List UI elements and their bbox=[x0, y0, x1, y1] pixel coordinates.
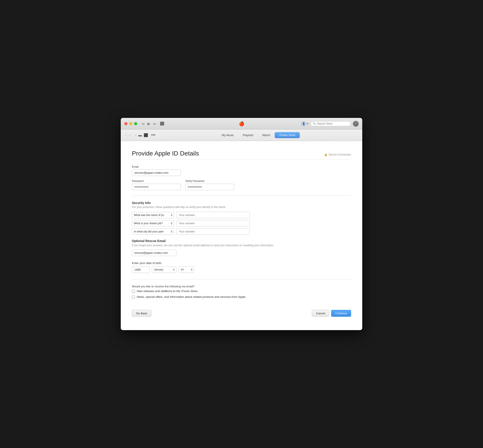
title-bar-right: 👤 ▾ 🔍 ↓ bbox=[301, 121, 359, 127]
rewind-button[interactable]: ⏮ bbox=[142, 122, 145, 126]
dob-year-input[interactable] bbox=[132, 266, 150, 273]
download-icon: ↓ bbox=[355, 122, 356, 125]
security-answer-3-input[interactable] bbox=[176, 228, 250, 235]
music-icon[interactable]: ♪ bbox=[135, 133, 136, 137]
dob-section: Enter your date of birth. January Februa… bbox=[132, 261, 351, 273]
security-answer-1-input[interactable] bbox=[176, 212, 250, 218]
tab-match[interactable]: Match bbox=[258, 132, 275, 138]
search-icon: 🔍 bbox=[313, 122, 316, 125]
tab-playlists[interactable]: Playlists bbox=[238, 132, 258, 138]
title-divider bbox=[132, 160, 351, 160]
airplay-button[interactable]: ⬛ bbox=[160, 121, 164, 126]
secure-connection: 🔒 Secure Connection bbox=[324, 153, 351, 156]
security-info-title: Security Info bbox=[132, 201, 351, 205]
email-prefs-label: Would you like to receive the following … bbox=[132, 285, 351, 288]
rescue-email-desc: If you forget your answers, we can use t… bbox=[132, 244, 351, 247]
email-label: Email bbox=[132, 165, 351, 168]
dob-day-select[interactable]: 12345 678910 1112131415 1617181920 21222… bbox=[179, 266, 194, 273]
search-bar: 🔍 bbox=[311, 121, 351, 126]
content-area: Provide Apple ID Details 🔒 Secure Connec… bbox=[121, 141, 362, 330]
dob-label: Enter your date of birth. bbox=[132, 261, 351, 265]
playback-controls: ⏮ ▶ ⏭ bbox=[142, 121, 156, 126]
apple-logo: 🍎 bbox=[239, 121, 244, 126]
footer-buttons: Go Back Cancel Continue bbox=[132, 305, 351, 317]
security-question-1-select[interactable]: What was the name of yo bbox=[132, 212, 174, 218]
fast-forward-button[interactable]: ⏭ bbox=[153, 122, 156, 126]
tab-my-music[interactable]: My Music bbox=[217, 132, 238, 138]
movies-icon[interactable]: ▬ bbox=[138, 133, 142, 137]
email-pref-2-checkbox[interactable] bbox=[132, 296, 135, 299]
email-pref-1-row: New releases and additions to the iTunes… bbox=[132, 289, 351, 293]
security-question-2-select[interactable]: What is your dream job? bbox=[132, 220, 174, 226]
security-question-1-row: What was the name of yo bbox=[132, 212, 351, 218]
rescue-email-title: Optional Rescue Email bbox=[132, 239, 351, 243]
footer-right-buttons: Cancel Continue bbox=[312, 310, 351, 317]
forward-button[interactable]: › bbox=[128, 133, 131, 137]
email-pref-1-checkbox[interactable] bbox=[132, 290, 135, 293]
cancel-button[interactable]: Cancel bbox=[312, 310, 329, 317]
page-title: Provide Apple ID Details bbox=[132, 150, 199, 157]
main-window: ⏮ ▶ ⏭ ⬛ 🍎 👤 ▾ 🔍 ↓ ‹ › ♪ ▬ bbox=[121, 118, 362, 330]
close-button[interactable] bbox=[124, 122, 127, 125]
security-question-3-select[interactable]: In what city did your pare bbox=[132, 228, 174, 235]
minimize-button[interactable] bbox=[129, 122, 132, 125]
back-button[interactable]: ‹ bbox=[124, 133, 127, 137]
verify-password-label: Verify Password bbox=[185, 179, 234, 183]
email-input[interactable] bbox=[132, 169, 181, 176]
go-back-button[interactable]: Go Back bbox=[132, 310, 151, 317]
account-chevron: ▾ bbox=[307, 122, 309, 125]
nav-icons: ♪ ▬ ⬛ ••• bbox=[135, 132, 157, 138]
nav-tabs: My Music Playlists Match iTunes Store bbox=[217, 132, 300, 138]
title-bar: ⏮ ▶ ⏭ ⬛ 🍎 👤 ▾ 🔍 ↓ bbox=[121, 118, 362, 129]
account-button[interactable]: 👤 ▾ bbox=[301, 121, 309, 126]
security-info-section: Security Info For your protection, these… bbox=[132, 201, 351, 235]
email-prefs-section: Would you like to receive the following … bbox=[132, 285, 351, 299]
traffic-lights bbox=[124, 122, 137, 125]
email-pref-1-text: New releases and additions to the iTunes… bbox=[137, 289, 198, 293]
password-label: Password bbox=[132, 179, 181, 183]
tv-icon[interactable]: ⬛ bbox=[144, 133, 148, 137]
security-question-3-row: In what city did your pare bbox=[132, 228, 351, 235]
rescue-email-input[interactable] bbox=[132, 250, 176, 256]
security-answer-2-input[interactable] bbox=[176, 220, 250, 226]
security-info-desc: For your protection, these questions wil… bbox=[132, 206, 351, 209]
continue-button[interactable]: Continue bbox=[331, 310, 351, 317]
email-pref-2-row: News, special offers, and information ab… bbox=[132, 295, 351, 299]
nav-arrows: ‹ › bbox=[124, 133, 131, 137]
download-button[interactable]: ↓ bbox=[353, 121, 359, 127]
password-group: Password bbox=[132, 179, 181, 190]
more-button[interactable]: ••• bbox=[150, 132, 157, 138]
maximize-button[interactable] bbox=[134, 122, 137, 125]
account-icon: 👤 bbox=[301, 121, 306, 126]
password-input[interactable] bbox=[132, 184, 181, 190]
verify-password-input[interactable] bbox=[185, 184, 234, 190]
rescue-email-section: Optional Rescue Email If you forget your… bbox=[132, 239, 351, 256]
email-group: Email bbox=[132, 165, 351, 176]
page-title-row: Provide Apple ID Details 🔒 Secure Connec… bbox=[132, 150, 351, 157]
dob-month-select[interactable]: January February March April May June Ju… bbox=[152, 266, 176, 273]
lock-icon: 🔒 bbox=[324, 153, 328, 156]
dob-row: January February March April May June Ju… bbox=[132, 266, 351, 273]
verify-password-group: Verify Password bbox=[185, 179, 234, 190]
play-button[interactable]: ▶ bbox=[147, 121, 150, 126]
nav-bar: ‹ › ♪ ▬ ⬛ ••• My Music Playlists Match i… bbox=[121, 129, 362, 141]
security-question-2-row: What is your dream job? bbox=[132, 220, 351, 226]
search-input[interactable] bbox=[317, 122, 349, 125]
password-row: Password Verify Password bbox=[132, 179, 351, 190]
email-pref-2-text: News, special offers, and information ab… bbox=[137, 295, 246, 298]
tab-itunes-store[interactable]: iTunes Store bbox=[275, 132, 300, 138]
